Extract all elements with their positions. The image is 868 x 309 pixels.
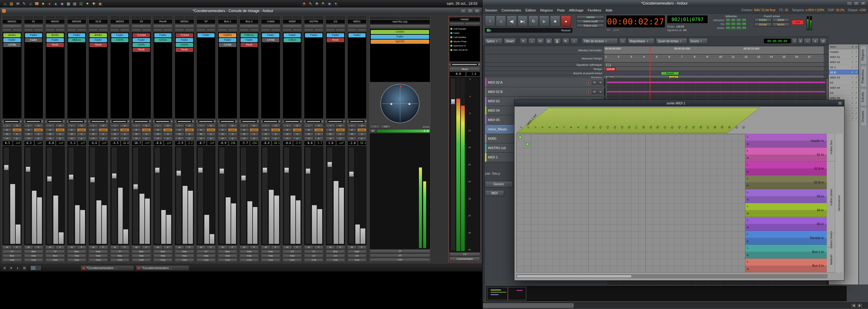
strip-hide-button[interactable] (240, 16, 249, 19)
visible-checkbox[interactable]: ✓ (850, 50, 855, 53)
nudge-button[interactable]: + (798, 38, 803, 44)
strip-small-button[interactable]: m (153, 137, 163, 140)
solo-button[interactable]: s (598, 90, 603, 94)
strip-in-button[interactable] (24, 29, 33, 32)
strip-out-button[interactable] (336, 29, 345, 32)
fader-track[interactable] (25, 147, 31, 244)
half-icon[interactable]: ◐ (15, 265, 21, 271)
active-checkbox[interactable]: ✓ (855, 71, 858, 74)
strip-output-button[interactable]: 1/2 (347, 254, 367, 258)
strip-input-button[interactable]: - (153, 24, 173, 28)
fader-handle[interactable] (112, 173, 117, 179)
visible-checkbox[interactable]: ✓ (850, 102, 855, 105)
pan-bar[interactable] (306, 120, 321, 122)
fader-handle[interactable] (69, 174, 73, 180)
midi-region[interactable] (607, 91, 826, 93)
strip-processor-box[interactable]: FaderRevb (326, 32, 345, 119)
strip-processor-box[interactable]: Fader (347, 32, 367, 119)
strip-small-button[interactable]: O (56, 124, 65, 128)
side-tab[interactable]: Régions (860, 46, 867, 64)
processor-button[interactable]: Revb (90, 43, 107, 47)
fader-track[interactable] (284, 147, 290, 244)
strip-small-button[interactable]: O (34, 124, 43, 128)
mute-button[interactable]: m (592, 81, 597, 84)
panner-right-dot[interactable] (408, 103, 411, 105)
strip-in-button[interactable] (347, 29, 357, 32)
strip-small-button[interactable]: p (357, 137, 367, 140)
gain-display[interactable]: -0.6 (283, 141, 293, 145)
strip-out-button[interactable] (163, 29, 173, 32)
strip-width-button[interactable] (207, 16, 216, 19)
processor-button[interactable]: Fader (68, 33, 86, 37)
master-panner[interactable]: LR (450, 62, 480, 66)
strip-mp-button[interactable]: P (142, 246, 151, 249)
strip-small-button[interactable]: S (336, 133, 345, 136)
visible-checkbox[interactable]: ✓ (850, 60, 855, 63)
strip-width-button[interactable] (400, 17, 430, 19)
strip-processor-box[interactable]: Fader (304, 32, 323, 119)
zoom-button[interactable]: ⊡ (819, 38, 827, 44)
strip-small-button[interactable]: O (293, 124, 302, 128)
mouse-mode-select[interactable]: Souris▾ (688, 38, 708, 44)
track-name[interactable]: MIDI 02 A (487, 81, 586, 84)
strip-small-button[interactable]: S (293, 133, 302, 136)
strip-small-button[interactable]: m (347, 137, 357, 140)
strip-out-button[interactable] (271, 29, 280, 32)
punch-button[interactable]: Entrée (754, 18, 772, 22)
close-icon[interactable]: × (838, 101, 842, 105)
processor-button[interactable]: Revb (327, 38, 344, 42)
strip-small-button[interactable]: m (132, 137, 141, 140)
pan-bar[interactable] (198, 120, 213, 122)
strip-in-button[interactable] (132, 29, 141, 32)
strip-panner[interactable]: LR (24, 119, 43, 123)
pan-bar[interactable] (155, 120, 170, 122)
check-icon[interactable]: ☑ (79, 1, 84, 6)
tools-icon[interactable]: ✚ (314, 1, 319, 6)
strip-output-button[interactable]: mas (283, 254, 302, 258)
strip-small-button[interactable]: R (175, 128, 184, 132)
strip-small-button[interactable]: cond (12, 128, 22, 132)
strip-input-button[interactable]: - (132, 24, 151, 28)
strip-panner[interactable]: LR (283, 119, 302, 123)
strip-comment-button[interactable]: Cmt (283, 258, 302, 262)
strip-in-button[interactable] (218, 29, 227, 32)
meter-marker[interactable]: 4/4 (606, 63, 612, 66)
track-list-row[interactable]: 03✓✓ (829, 80, 858, 85)
gain-display[interactable]: -2.0 (347, 141, 358, 145)
strip-width-button[interactable] (357, 16, 367, 19)
visible-checkbox[interactable]: ✓ (850, 65, 855, 68)
strip-small-button[interactable]: I (110, 124, 120, 128)
strip-small-button[interactable]: O (207, 124, 216, 128)
ruler-row[interactable]: Tempo120,00 (483, 67, 829, 71)
strip-group-button[interactable]: Bus (132, 250, 151, 253)
destination-group-tab[interactable]: Ardour bus (827, 134, 835, 162)
strip-comment-button[interactable]: Cmt (24, 258, 43, 262)
processor-button[interactable]: HybR2 (219, 33, 236, 37)
peak-display[interactable]: -inf (35, 141, 43, 145)
strip-small-button[interactable]: O (12, 124, 22, 128)
edit-mode-select[interactable]: Splice▾ (484, 38, 502, 44)
strip-small-button[interactable]: cond (314, 128, 323, 132)
strip-hide-button[interactable] (218, 16, 227, 19)
strip-small-button[interactable]: I (67, 124, 76, 128)
side-tab[interactable]: Groupes (860, 107, 867, 126)
strip-mp-button[interactable]: M (283, 246, 292, 249)
peak-display[interactable]: -19.1 (358, 141, 367, 145)
strip-small-button[interactable]: S (228, 133, 237, 136)
strip-comment-button[interactable]: Cmt (240, 258, 259, 262)
peak-display[interactable]: -inf (336, 141, 345, 145)
strip-hide-button[interactable] (283, 16, 292, 19)
gem2-icon[interactable]: ◆ (327, 1, 332, 6)
master-out-button[interactable] (465, 22, 480, 25)
track-list-row[interactable]: 04✓✓ (829, 90, 858, 95)
scrollbar-thumb[interactable] (517, 275, 631, 278)
strip-small-button[interactable]: M (261, 133, 270, 136)
pencil-icon[interactable]: ✎ (308, 1, 313, 6)
strip-small-button[interactable]: O (185, 124, 194, 128)
strip-small-button[interactable]: p (314, 137, 323, 140)
strip-small-button[interactable]: I (218, 124, 227, 128)
strip-comment-button[interactable]: Cmt (45, 258, 65, 262)
strip-small-button[interactable]: I (283, 124, 292, 128)
destination-row[interactable]: LRBus 1 in (745, 245, 827, 259)
strip-small-button[interactable]: cond (77, 128, 86, 132)
